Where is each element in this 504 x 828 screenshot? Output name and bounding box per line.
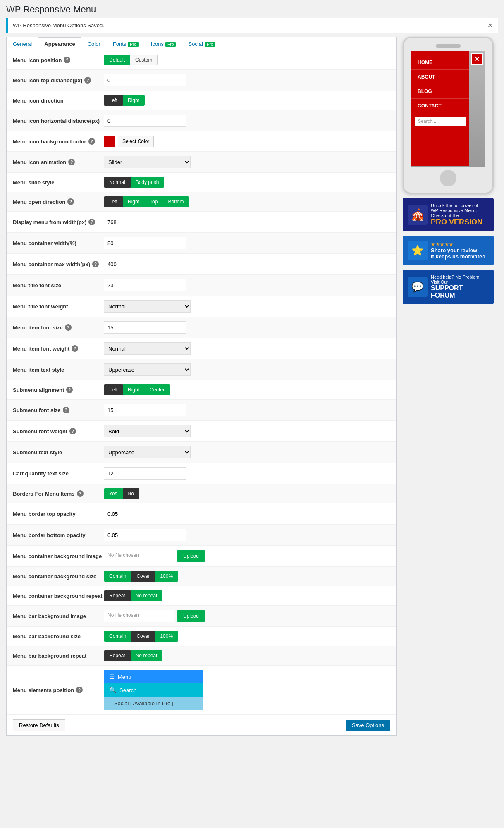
row-icon-animation: Menu icon animation ? Slider Fade None xyxy=(7,152,396,173)
btn-repeat-container[interactable]: Repeat xyxy=(104,590,131,601)
btn-dir-left[interactable]: Left xyxy=(104,196,123,207)
btn-borders-yes[interactable]: Yes xyxy=(104,488,123,499)
select-color-button[interactable]: Select Color xyxy=(118,136,154,147)
upload-btn-bar-bg[interactable]: Upload xyxy=(177,610,205,622)
upload-btn-container-bg[interactable]: Upload xyxy=(177,550,205,562)
tab-social[interactable]: SocialPro xyxy=(182,37,221,50)
help-icon-elements-pos[interactable]: ? xyxy=(76,687,83,693)
help-icon-max-width[interactable]: ? xyxy=(92,261,99,267)
select-item-text-style[interactable]: Uppercase Lowercase Capitalize xyxy=(104,363,191,376)
btn-100-container[interactable]: 100% xyxy=(155,571,178,582)
file-chosen-bar-bg: No file chosen xyxy=(104,610,174,622)
help-icon-submenu-align[interactable]: ? xyxy=(66,387,73,393)
btn-dir-right[interactable]: Right xyxy=(123,196,145,207)
help-icon-display-width[interactable]: ? xyxy=(88,219,95,225)
input-cart-qty-size[interactable] xyxy=(104,467,186,480)
close-icon[interactable]: ✕ xyxy=(487,21,493,29)
btn-submenu-right[interactable]: Right xyxy=(123,384,145,395)
label-submenu-font-weight: Submenu font weight ? xyxy=(13,428,104,434)
btn-submenu-left[interactable]: Left xyxy=(104,384,123,395)
btn-direction-left[interactable]: Left xyxy=(104,95,123,106)
ad-support[interactable]: 💬 Need help? No Problem. Visit Our SUPPO… xyxy=(403,270,494,304)
btn-repeat-bar[interactable]: Repeat xyxy=(104,650,131,661)
help-icon-borders[interactable]: ? xyxy=(77,490,84,497)
btn-custom[interactable]: Custom xyxy=(130,55,158,65)
select-submenu-font-weight[interactable]: Bold Normal xyxy=(104,425,191,437)
control-menu-icon-position: Default Custom xyxy=(104,55,390,65)
select-item-font-weight[interactable]: Normal Bold xyxy=(104,342,191,355)
control-container-width xyxy=(104,237,390,249)
control-submenu-alignment: Left Right Center xyxy=(104,384,390,395)
control-bar-bg-repeat: Repeat No repeat xyxy=(104,650,390,661)
tab-color[interactable]: Color xyxy=(81,37,107,50)
help-icon-animation[interactable]: ? xyxy=(68,159,75,165)
input-container-max-width[interactable] xyxy=(104,258,186,270)
input-border-top-opacity[interactable] xyxy=(104,508,186,520)
help-icon-position[interactable]: ? xyxy=(64,57,70,63)
menu-icon-ep: ☰ xyxy=(109,673,115,680)
btn-cover-bar[interactable]: Cover xyxy=(131,631,155,642)
btn-default[interactable]: Default xyxy=(104,55,130,65)
row-container-bg-repeat: Menu container background repeat Repeat … xyxy=(7,586,396,606)
btn-borders-no[interactable]: No xyxy=(123,488,139,499)
help-icon-submenu-font-weight[interactable]: ? xyxy=(69,428,76,434)
ep-item-social[interactable]: f Social [ Available In Pro ] xyxy=(104,697,203,710)
btn-cover-container[interactable]: Cover xyxy=(131,571,155,582)
input-display-width[interactable] xyxy=(104,216,186,228)
input-border-bottom-opacity[interactable] xyxy=(104,529,186,541)
ep-item-search[interactable]: 🔍 Search xyxy=(104,683,203,697)
input-container-width[interactable] xyxy=(104,237,186,249)
btn-slide-normal[interactable]: Normal xyxy=(104,177,131,188)
btn-dir-top[interactable]: Top xyxy=(145,196,163,207)
btn-no-repeat-container[interactable]: No repeat xyxy=(131,590,163,601)
input-title-font-size[interactable] xyxy=(104,279,186,291)
ad-review[interactable]: ⭐ ★★★★★ Share your review It keeps us mo… xyxy=(403,236,494,265)
input-item-font-size[interactable] xyxy=(104,321,186,334)
btn-contain-bar[interactable]: Contain xyxy=(104,631,131,642)
btn-dir-bottom[interactable]: Bottom xyxy=(163,196,189,207)
row-bar-bg-repeat: Menu bar background repeat Repeat No rep… xyxy=(7,646,396,666)
tab-appearance[interactable]: Appearance xyxy=(38,37,81,50)
label-submenu-font-size: Submenu font size ? xyxy=(13,407,104,413)
tab-icons[interactable]: IconsPro xyxy=(145,37,182,50)
control-elements-position: ☰ Menu 🔍 Search f Social [ Available In xyxy=(104,670,390,710)
control-title-font-size xyxy=(104,279,390,291)
control-icon-top-distance xyxy=(104,74,390,86)
help-icon-submenu-font-size[interactable]: ? xyxy=(63,407,69,413)
btn-direction-right[interactable]: Right xyxy=(123,95,145,106)
elements-position-box: ☰ Menu 🔍 Search f Social [ Available In xyxy=(104,670,203,710)
ep-item-menu[interactable]: ☰ Menu xyxy=(104,670,203,683)
btn-no-repeat-bar[interactable]: No repeat xyxy=(131,650,163,661)
label-open-direction: Menu open direction ? xyxy=(13,198,104,205)
tab-fonts[interactable]: FontsPro xyxy=(107,37,145,50)
phone-speaker xyxy=(436,44,461,48)
help-icon-item-font-weight[interactable]: ? xyxy=(72,345,78,352)
btn-100-bar[interactable]: 100% xyxy=(155,631,178,642)
input-submenu-font-size[interactable] xyxy=(104,404,186,416)
phone-menu-about: ABOUT xyxy=(411,70,469,84)
input-icon-top-distance[interactable] xyxy=(104,74,186,86)
color-swatch-icon-bg[interactable] xyxy=(104,136,115,147)
restore-defaults-button[interactable]: Restore Defaults xyxy=(13,719,65,731)
select-submenu-text-style[interactable]: Uppercase Lowercase Capitalize xyxy=(104,446,191,458)
ad-pro-content: 🎪 Unlock the full power of WP Responsive… xyxy=(403,198,494,231)
tabs-bar: General Appearance Color FontsPro IconsP… xyxy=(7,37,396,50)
ad-pro-icon: 🎪 xyxy=(408,205,428,225)
ad-pro-version[interactable]: 🎪 Unlock the full power of WP Responsive… xyxy=(403,198,494,231)
help-icon-top-dist[interactable]: ? xyxy=(84,77,91,84)
help-icon-bg-color[interactable]: ? xyxy=(88,138,95,145)
btn-slide-body-push[interactable]: Body push xyxy=(131,177,165,188)
label-bar-bg-repeat: Menu bar background repeat xyxy=(13,653,104,659)
btn-contain-container[interactable]: Contain xyxy=(104,571,131,582)
btn-group-position: Default Custom xyxy=(104,55,158,65)
select-title-font-weight[interactable]: Normal Bold Light xyxy=(104,300,191,313)
btn-submenu-center[interactable]: Center xyxy=(145,384,170,395)
tab-general[interactable]: General xyxy=(7,37,38,50)
input-icon-horiz-distance[interactable] xyxy=(104,115,186,127)
select-icon-animation[interactable]: Slider Fade None xyxy=(104,156,191,168)
save-options-button[interactable]: Save Options xyxy=(346,720,390,731)
control-container-bg-size: Contain Cover 100% xyxy=(104,571,390,582)
help-icon-item-font-size[interactable]: ? xyxy=(65,324,72,331)
help-icon-open-dir[interactable]: ? xyxy=(67,198,74,205)
label-elements-position: Menu elements position ? xyxy=(13,687,104,693)
